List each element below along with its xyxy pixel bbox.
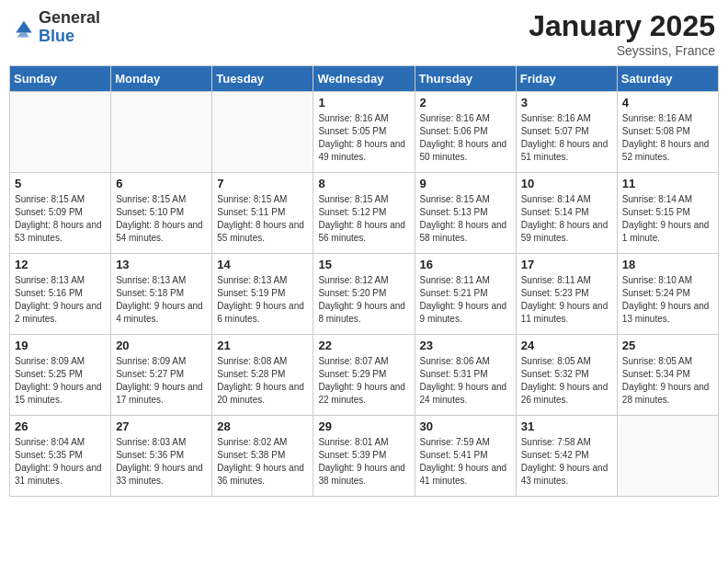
day-info: Sunrise: 8:10 AM Sunset: 5:24 PM Dayligh… bbox=[622, 274, 713, 326]
day-number: 4 bbox=[622, 96, 713, 109]
calendar-cell: 2Sunrise: 8:16 AM Sunset: 5:06 PM Daylig… bbox=[415, 92, 516, 173]
page-header: General Blue January 2025 Seyssins, Fran… bbox=[9, 9, 719, 58]
day-number: 21 bbox=[217, 339, 308, 352]
svg-marker-0 bbox=[16, 21, 32, 33]
day-info: Sunrise: 8:15 AM Sunset: 5:09 PM Dayligh… bbox=[15, 193, 106, 245]
day-info: Sunrise: 8:13 AM Sunset: 5:16 PM Dayligh… bbox=[15, 274, 106, 326]
location: Seyssins, France bbox=[529, 43, 715, 58]
day-info: Sunrise: 8:14 AM Sunset: 5:15 PM Dayligh… bbox=[622, 193, 713, 245]
day-info: Sunrise: 8:15 AM Sunset: 5:10 PM Dayligh… bbox=[116, 193, 207, 245]
day-number: 7 bbox=[217, 177, 308, 190]
calendar-week-row: 5Sunrise: 8:15 AM Sunset: 5:09 PM Daylig… bbox=[10, 173, 719, 254]
day-info: Sunrise: 8:08 AM Sunset: 5:28 PM Dayligh… bbox=[217, 355, 308, 407]
calendar-cell: 20Sunrise: 8:09 AM Sunset: 5:27 PM Dayli… bbox=[111, 335, 212, 416]
calendar-cell: 6Sunrise: 8:15 AM Sunset: 5:10 PM Daylig… bbox=[111, 173, 212, 254]
calendar-cell: 16Sunrise: 8:11 AM Sunset: 5:21 PM Dayli… bbox=[415, 254, 516, 335]
day-header-friday: Friday bbox=[516, 66, 617, 92]
calendar-cell: 23Sunrise: 8:06 AM Sunset: 5:31 PM Dayli… bbox=[415, 335, 516, 416]
day-info: Sunrise: 8:12 AM Sunset: 5:20 PM Dayligh… bbox=[318, 274, 409, 326]
day-number: 8 bbox=[318, 177, 409, 190]
calendar-cell: 27Sunrise: 8:03 AM Sunset: 5:36 PM Dayli… bbox=[111, 416, 212, 497]
calendar-cell: 5Sunrise: 8:15 AM Sunset: 5:09 PM Daylig… bbox=[10, 173, 111, 254]
calendar-cell bbox=[212, 92, 313, 173]
day-info: Sunrise: 8:07 AM Sunset: 5:29 PM Dayligh… bbox=[318, 355, 409, 407]
day-number: 6 bbox=[116, 177, 207, 190]
calendar-cell: 9Sunrise: 8:15 AM Sunset: 5:13 PM Daylig… bbox=[415, 173, 516, 254]
day-info: Sunrise: 8:16 AM Sunset: 5:06 PM Dayligh… bbox=[420, 112, 511, 164]
calendar-cell: 25Sunrise: 8:05 AM Sunset: 5:34 PM Dayli… bbox=[617, 335, 718, 416]
calendar-header-row: SundayMondayTuesdayWednesdayThursdayFrid… bbox=[10, 66, 719, 92]
day-header-sunday: Sunday bbox=[10, 66, 111, 92]
calendar-week-row: 12Sunrise: 8:13 AM Sunset: 5:16 PM Dayli… bbox=[10, 254, 719, 335]
calendar-cell bbox=[111, 92, 212, 173]
day-header-wednesday: Wednesday bbox=[313, 66, 415, 92]
day-header-thursday: Thursday bbox=[415, 66, 516, 92]
calendar-cell bbox=[617, 416, 718, 497]
calendar-cell: 18Sunrise: 8:10 AM Sunset: 5:24 PM Dayli… bbox=[617, 254, 718, 335]
day-number: 11 bbox=[622, 177, 713, 190]
calendar-cell: 7Sunrise: 8:15 AM Sunset: 5:11 PM Daylig… bbox=[212, 173, 313, 254]
day-number: 16 bbox=[420, 258, 511, 271]
calendar-cell: 13Sunrise: 8:13 AM Sunset: 5:18 PM Dayli… bbox=[111, 254, 212, 335]
logo-icon bbox=[13, 17, 35, 39]
title-area: January 2025 Seyssins, France bbox=[529, 9, 715, 58]
calendar-cell: 8Sunrise: 8:15 AM Sunset: 5:12 PM Daylig… bbox=[313, 173, 415, 254]
day-number: 15 bbox=[318, 258, 409, 271]
day-info: Sunrise: 8:11 AM Sunset: 5:23 PM Dayligh… bbox=[521, 274, 612, 326]
calendar-cell: 21Sunrise: 8:08 AM Sunset: 5:28 PM Dayli… bbox=[212, 335, 313, 416]
day-info: Sunrise: 8:16 AM Sunset: 5:08 PM Dayligh… bbox=[622, 112, 713, 164]
day-info: Sunrise: 8:09 AM Sunset: 5:25 PM Dayligh… bbox=[15, 355, 106, 407]
day-number: 28 bbox=[217, 419, 308, 433]
svg-marker-1 bbox=[17, 32, 29, 37]
calendar-week-row: 19Sunrise: 8:09 AM Sunset: 5:25 PM Dayli… bbox=[10, 335, 719, 416]
day-number: 24 bbox=[521, 339, 612, 352]
day-number: 25 bbox=[622, 339, 713, 352]
calendar-cell: 26Sunrise: 8:04 AM Sunset: 5:35 PM Dayli… bbox=[10, 416, 111, 497]
day-number: 10 bbox=[521, 177, 612, 190]
calendar-week-row: 26Sunrise: 8:04 AM Sunset: 5:35 PM Dayli… bbox=[10, 416, 719, 497]
day-info: Sunrise: 8:11 AM Sunset: 5:21 PM Dayligh… bbox=[420, 274, 511, 326]
day-info: Sunrise: 8:02 AM Sunset: 5:38 PM Dayligh… bbox=[217, 436, 308, 488]
calendar-cell: 24Sunrise: 8:05 AM Sunset: 5:32 PM Dayli… bbox=[516, 335, 617, 416]
calendar-cell: 22Sunrise: 8:07 AM Sunset: 5:29 PM Dayli… bbox=[313, 335, 415, 416]
day-header-tuesday: Tuesday bbox=[212, 66, 313, 92]
day-number: 19 bbox=[15, 339, 106, 352]
day-number: 30 bbox=[420, 419, 511, 433]
calendar-cell: 11Sunrise: 8:14 AM Sunset: 5:15 PM Dayli… bbox=[617, 173, 718, 254]
day-number: 18 bbox=[622, 258, 713, 271]
day-number: 5 bbox=[15, 177, 106, 190]
calendar-cell: 3Sunrise: 8:16 AM Sunset: 5:07 PM Daylig… bbox=[516, 92, 617, 173]
calendar-cell: 30Sunrise: 7:59 AM Sunset: 5:41 PM Dayli… bbox=[415, 416, 516, 497]
day-info: Sunrise: 8:16 AM Sunset: 5:05 PM Dayligh… bbox=[318, 112, 409, 164]
calendar-table: SundayMondayTuesdayWednesdayThursdayFrid… bbox=[9, 65, 719, 497]
day-number: 27 bbox=[116, 419, 207, 433]
day-info: Sunrise: 8:05 AM Sunset: 5:32 PM Dayligh… bbox=[521, 355, 612, 407]
day-info: Sunrise: 7:59 AM Sunset: 5:41 PM Dayligh… bbox=[420, 436, 511, 488]
calendar-cell: 4Sunrise: 8:16 AM Sunset: 5:08 PM Daylig… bbox=[617, 92, 718, 173]
day-info: Sunrise: 8:04 AM Sunset: 5:35 PM Dayligh… bbox=[15, 436, 106, 488]
calendar-cell: 28Sunrise: 8:02 AM Sunset: 5:38 PM Dayli… bbox=[212, 416, 313, 497]
day-number: 3 bbox=[521, 96, 612, 109]
day-info: Sunrise: 8:15 AM Sunset: 5:13 PM Dayligh… bbox=[420, 193, 511, 245]
day-info: Sunrise: 8:03 AM Sunset: 5:36 PM Dayligh… bbox=[116, 436, 207, 488]
calendar-cell: 12Sunrise: 8:13 AM Sunset: 5:16 PM Dayli… bbox=[10, 254, 111, 335]
logo: General Blue bbox=[13, 9, 100, 46]
day-info: Sunrise: 8:13 AM Sunset: 5:19 PM Dayligh… bbox=[217, 274, 308, 326]
day-info: Sunrise: 8:14 AM Sunset: 5:14 PM Dayligh… bbox=[521, 193, 612, 245]
calendar-cell: 15Sunrise: 8:12 AM Sunset: 5:20 PM Dayli… bbox=[313, 254, 415, 335]
calendar-cell: 1Sunrise: 8:16 AM Sunset: 5:05 PM Daylig… bbox=[313, 92, 415, 173]
day-info: Sunrise: 8:06 AM Sunset: 5:31 PM Dayligh… bbox=[420, 355, 511, 407]
day-number: 14 bbox=[217, 258, 308, 271]
calendar-cell: 17Sunrise: 8:11 AM Sunset: 5:23 PM Dayli… bbox=[516, 254, 617, 335]
day-number: 9 bbox=[420, 177, 511, 190]
calendar-cell: 19Sunrise: 8:09 AM Sunset: 5:25 PM Dayli… bbox=[10, 335, 111, 416]
day-number: 29 bbox=[318, 419, 409, 433]
day-info: Sunrise: 8:15 AM Sunset: 5:11 PM Dayligh… bbox=[217, 193, 308, 245]
day-info: Sunrise: 8:05 AM Sunset: 5:34 PM Dayligh… bbox=[622, 355, 713, 407]
day-number: 17 bbox=[521, 258, 612, 271]
day-number: 13 bbox=[116, 258, 207, 271]
month-title: January 2025 bbox=[529, 9, 715, 43]
day-header-monday: Monday bbox=[111, 66, 212, 92]
calendar-cell: 29Sunrise: 8:01 AM Sunset: 5:39 PM Dayli… bbox=[313, 416, 415, 497]
day-info: Sunrise: 8:16 AM Sunset: 5:07 PM Dayligh… bbox=[521, 112, 612, 164]
